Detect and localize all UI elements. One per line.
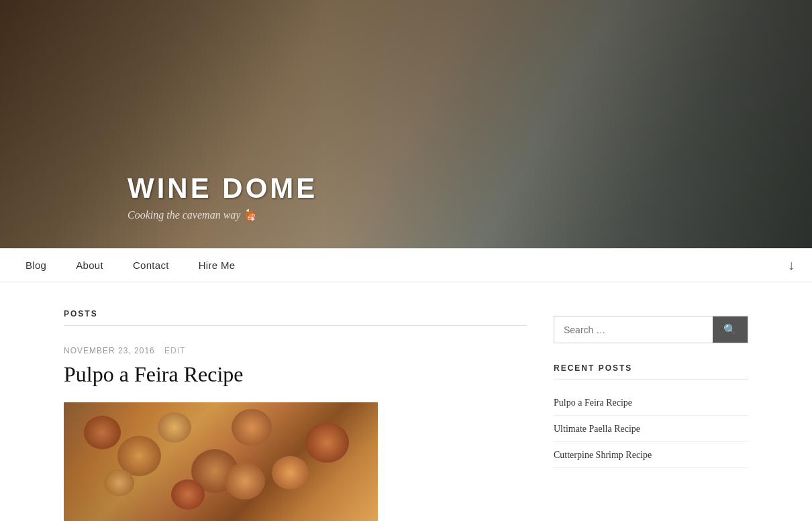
- nav-link-blog[interactable]: Blog: [11, 249, 61, 282]
- post-article: NOVEMBER 23, 2016 EDIT Pulpo a Feira Rec…: [64, 346, 527, 521]
- nav-item-contact[interactable]: Contact: [118, 249, 184, 282]
- food-illustration: [64, 402, 378, 521]
- recent-post-link-2[interactable]: Ultimate Paella Recipe: [554, 424, 640, 434]
- posts-section: POSTS NOVEMBER 23, 2016 EDIT Pulpo a Fei…: [64, 309, 527, 521]
- main-content: POSTS NOVEMBER 23, 2016 EDIT Pulpo a Fei…: [50, 282, 762, 521]
- main-nav: Blog About Contact Hire Me ↓: [0, 248, 812, 282]
- recent-posts-list: Pulpo a Feira Recipe Ultimate Paella Rec…: [554, 390, 748, 468]
- nav-link-contact[interactable]: Contact: [118, 249, 184, 282]
- nav-link-about[interactable]: About: [61, 249, 118, 282]
- nav-item-hire-me[interactable]: Hire Me: [184, 249, 250, 282]
- site-title: WINE DOME: [128, 172, 317, 205]
- recent-posts-heading: RECENT POSTS: [554, 363, 748, 380]
- recent-post-link-1[interactable]: Pulpo a Feira Recipe: [554, 398, 632, 408]
- nav-links: Blog About Contact Hire Me: [11, 249, 250, 282]
- post-meta: NOVEMBER 23, 2016 EDIT: [64, 346, 527, 355]
- nav-item-about[interactable]: About: [61, 249, 118, 282]
- list-item: Ultimate Paella Recipe: [554, 416, 748, 442]
- post-title-link[interactable]: Pulpo a Feira Recipe: [64, 362, 243, 386]
- post-date: NOVEMBER 23, 2016: [64, 346, 155, 355]
- list-item: Pulpo a Feira Recipe: [554, 390, 748, 416]
- search-input[interactable]: [554, 316, 713, 343]
- search-button[interactable]: 🔍: [713, 316, 748, 343]
- list-item: Cutterpine Shrimp Recipe: [554, 442, 748, 468]
- search-widget: 🔍: [554, 316, 748, 343]
- nav-link-hire-me[interactable]: Hire Me: [184, 249, 250, 282]
- hero-text-block: WINE DOME Cooking the caveman way 🍖: [128, 172, 317, 221]
- hero-background: [325, 0, 812, 248]
- post-image: [64, 402, 378, 521]
- edit-link[interactable]: EDIT: [164, 346, 185, 355]
- post-title[interactable]: Pulpo a Feira Recipe: [64, 361, 527, 389]
- site-subtitle: Cooking the caveman way 🍖: [128, 209, 317, 221]
- sidebar: 🔍 RECENT POSTS Pulpo a Feira Recipe Ulti…: [554, 309, 748, 521]
- nav-item-blog[interactable]: Blog: [11, 249, 61, 282]
- posts-heading: POSTS: [64, 309, 527, 326]
- recent-posts-widget: RECENT POSTS Pulpo a Feira Recipe Ultima…: [554, 363, 748, 468]
- recent-post-link-3[interactable]: Cutterpine Shrimp Recipe: [554, 450, 652, 460]
- search-icon: 🔍: [723, 324, 737, 335]
- chevron-down-icon[interactable]: ↓: [781, 251, 801, 280]
- hero-header: WINE DOME Cooking the caveman way 🍖: [0, 0, 812, 248]
